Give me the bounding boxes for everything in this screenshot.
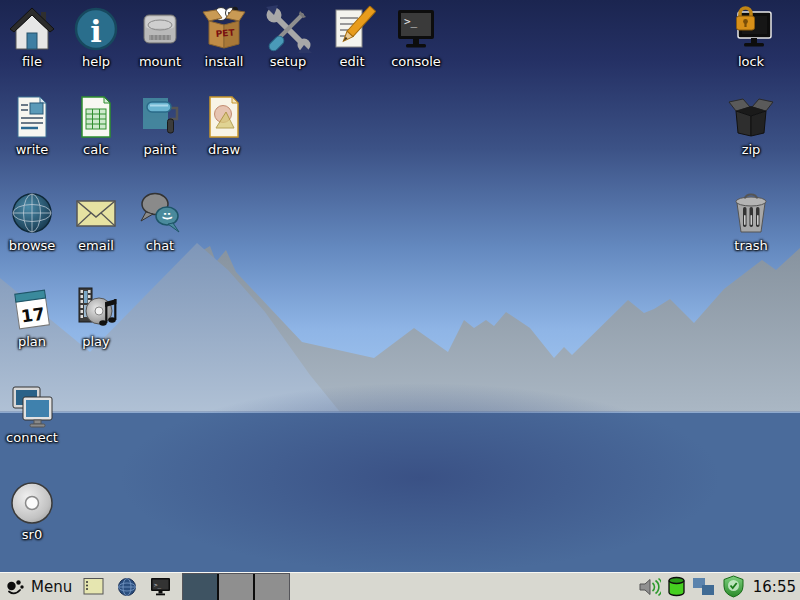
calendar-icon: 17 [8,285,56,333]
desktop-icon-calc[interactable]: calc [64,93,128,157]
terminal-icon: >_ [392,5,440,53]
envelope-icon [72,189,120,237]
text-editor-icon [83,577,105,596]
clock: 16:55 [753,578,796,596]
desktop-icon-paint[interactable]: paint [128,93,192,157]
terminal-launcher[interactable]: >_ [148,575,172,599]
text-editor-launcher[interactable] [82,575,106,599]
icon-label: console [384,55,448,69]
spreadsheet-icon [72,93,120,141]
icon-label: edit [320,55,384,69]
icon-label: paint [128,143,192,157]
svg-text::): :) [162,212,173,221]
icon-label: draw [192,143,256,157]
icon-label: lock [719,55,783,69]
edit-document-icon [328,5,376,53]
chat-bubbles-icon: :) [136,189,184,237]
desktop-icon-chat[interactable]: :) chat [128,189,192,253]
paint-roller-icon [136,93,184,141]
desktop-icon-sr0[interactable]: sr0 [0,478,64,542]
icon-label: connect [0,431,64,445]
puppy-logo-icon [6,578,26,596]
desktop-icon-browse[interactable]: browse [0,189,64,253]
icon-label: install [192,55,256,69]
icon-label: mount [128,55,192,69]
svg-text:>_: >_ [154,581,162,589]
icon-label: write [0,143,64,157]
volume-icon[interactable] [638,576,661,598]
desktop-icon-trash[interactable]: trash [719,189,783,253]
desktop-icon-email[interactable]: email [64,189,128,253]
icon-label: trash [719,239,783,253]
icon-label: email [64,239,128,253]
lock-screen-icon [727,5,775,53]
desktop-icon-install[interactable]: PET install [192,5,256,69]
icon-label: setup [256,55,320,69]
icon-label: play [64,335,128,349]
icon-label: calc [64,143,128,157]
desktop-icon-file[interactable]: file [0,5,64,69]
icon-label: chat [128,239,192,253]
desktop-icon-write[interactable]: write [0,93,64,157]
svg-text:i: i [90,14,101,49]
globe-icon [8,189,56,237]
workspace-pager [182,573,290,600]
writer-document-icon [8,93,56,141]
desktop-icon-plan[interactable]: 17 plan [0,285,64,349]
archive-box-icon [727,93,775,141]
menu-button[interactable]: Menu [0,573,80,600]
workspace-1[interactable] [183,574,219,600]
pet-package-icon: PET [200,5,248,53]
web-browser-launcher[interactable] [115,575,139,599]
workspace-3[interactable] [255,574,289,600]
taskbar: Menu [0,572,800,600]
terminal-icon: >_ [150,577,171,596]
info-icon: i [72,5,120,53]
icon-label: file [0,55,64,69]
desktop-icon-setup[interactable]: setup [256,5,320,69]
drawing-icon [200,93,248,141]
icon-label: plan [0,335,64,349]
icon-label: browse [0,239,64,253]
trash-can-icon [727,189,775,237]
desktop-icon-lock[interactable]: lock [719,5,783,69]
desktop-icon-play[interactable]: play [64,285,128,349]
tools-icon [264,5,312,53]
system-tray: 16:55 [638,575,800,598]
desktop: file i help mount PET [0,0,800,600]
svg-text:PET: PET [215,27,236,39]
desktop-icon-zip[interactable]: zip [719,93,783,157]
svg-text:>_: >_ [404,15,418,28]
media-player-icon [72,285,120,333]
menu-label: Menu [31,578,72,596]
launcher-bar: >_ [82,575,172,599]
desktop-icon-help[interactable]: i help [64,5,128,69]
disk-usage-icon[interactable] [667,576,686,597]
workspace-2[interactable] [219,574,255,600]
desktop-icon-console[interactable]: >_ console [384,5,448,69]
house-icon [8,5,56,53]
icon-label: sr0 [0,528,64,542]
desktop-icon-connect[interactable]: connect [0,381,64,445]
harddrive-icon [136,5,184,53]
desktop-icon-draw[interactable]: draw [192,93,256,157]
cd-disc-icon [8,478,56,526]
globe-icon [117,577,137,597]
desktop-icon-edit[interactable]: edit [320,5,384,69]
firewall-shield-icon[interactable] [722,575,745,598]
network-monitors-icon [8,381,56,429]
icon-label: zip [719,143,783,157]
icon-label: help [64,55,128,69]
desktop-icon-mount[interactable]: mount [128,5,192,69]
network-icon[interactable] [692,577,716,597]
svg-text:17: 17 [20,303,46,326]
